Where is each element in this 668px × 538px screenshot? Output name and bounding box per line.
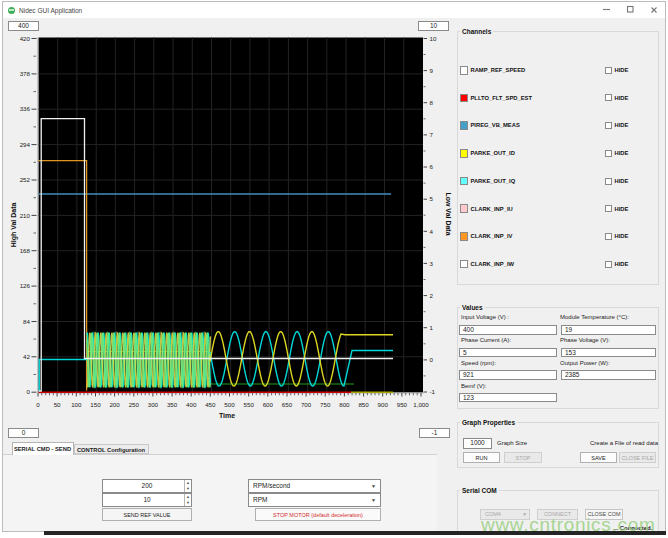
svg-text:600: 600	[263, 401, 274, 408]
svg-text:500: 500	[224, 401, 235, 408]
svg-text:8: 8	[430, 99, 434, 106]
svg-text:0: 0	[430, 356, 434, 363]
svg-text:Low Val Data: Low Val Data	[445, 192, 452, 235]
svg-text:Time: Time	[219, 412, 235, 419]
svg-text:150: 150	[90, 401, 101, 408]
svg-text:300: 300	[148, 401, 159, 408]
svg-text:10: 10	[430, 35, 437, 42]
svg-text:84: 84	[23, 318, 30, 325]
svg-text:900: 900	[378, 401, 389, 408]
svg-text:1: 1	[430, 324, 434, 331]
svg-text:1,000: 1,000	[413, 401, 429, 408]
svg-text:550: 550	[244, 401, 255, 408]
svg-text:126: 126	[20, 282, 31, 289]
svg-text:450: 450	[205, 401, 216, 408]
svg-text:800: 800	[339, 401, 350, 408]
svg-text:336: 336	[20, 105, 31, 112]
svg-text:3: 3	[430, 260, 434, 267]
svg-text:400: 400	[186, 401, 197, 408]
svg-text:294: 294	[20, 141, 31, 148]
svg-text:High Val Data: High Val Data	[10, 203, 18, 248]
svg-text:100: 100	[71, 401, 82, 408]
svg-text:200: 200	[109, 401, 120, 408]
svg-text:5: 5	[430, 195, 434, 202]
svg-text:250: 250	[129, 401, 140, 408]
svg-text:350: 350	[167, 401, 178, 408]
svg-text:50: 50	[54, 401, 61, 408]
svg-text:950: 950	[397, 401, 408, 408]
svg-text:850: 850	[358, 401, 369, 408]
svg-text:168: 168	[20, 247, 31, 254]
svg-text:4: 4	[430, 228, 434, 235]
svg-text:252: 252	[20, 176, 31, 183]
svg-text:0: 0	[27, 388, 31, 395]
svg-text:6: 6	[430, 163, 434, 170]
svg-text:0: 0	[36, 401, 40, 408]
svg-text:7: 7	[430, 131, 434, 138]
svg-text:2: 2	[430, 292, 434, 299]
svg-text:420: 420	[20, 35, 31, 42]
svg-text:210: 210	[20, 212, 31, 219]
svg-text:378: 378	[20, 70, 31, 77]
svg-text:750: 750	[320, 401, 331, 408]
svg-text:42: 42	[23, 353, 30, 360]
svg-text:-1: -1	[430, 388, 436, 395]
svg-text:700: 700	[301, 401, 312, 408]
svg-text:650: 650	[282, 401, 293, 408]
svg-text:9: 9	[430, 67, 434, 74]
